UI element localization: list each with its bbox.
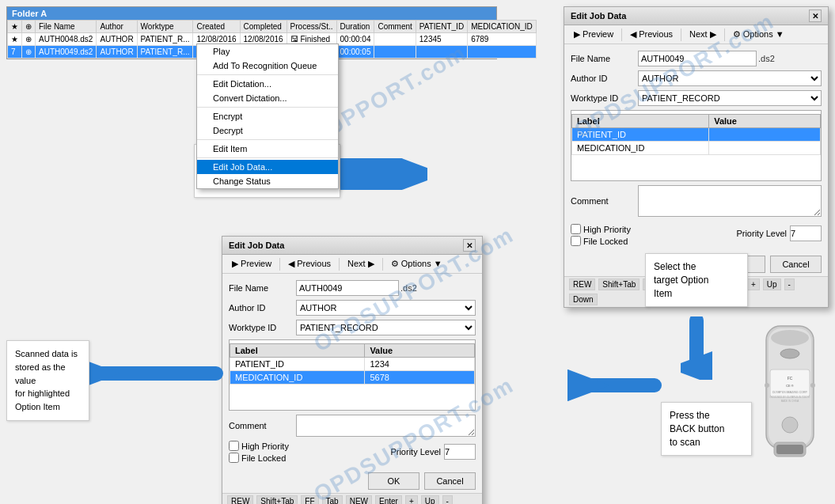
filename-label-small: File Name [229, 283, 296, 293]
context-menu-item[interactable]: Edit Job Data... [197, 160, 338, 174]
cell-comment [374, 33, 416, 46]
dialog-small-footer: OK Cancel [222, 469, 482, 493]
scanner-device: FC CE ® OLYMPUS IMAGING CORP. DESIGNED B… [754, 322, 826, 464]
options-btn-small[interactable]: ⚙ Options ▼ [386, 257, 447, 271]
cell-medicationid: 6789 [468, 33, 537, 46]
priority-level-input-large[interactable] [790, 225, 822, 241]
preview-btn-small[interactable]: ▶ Preview [227, 257, 276, 271]
options-value-cell[interactable] [709, 128, 821, 142]
arrow-left-2 [567, 369, 662, 401]
svg-rect-12 [776, 445, 803, 454]
next-btn-small[interactable]: Next ▶ [343, 257, 379, 271]
status-bar-item[interactable]: + [405, 495, 418, 504]
file-locked-check-large[interactable] [571, 236, 581, 246]
status-bar-item[interactable]: REW [227, 495, 253, 504]
cell-star: ★ [8, 33, 22, 46]
dialog-small-close[interactable]: ✕ [463, 239, 476, 252]
options-value-cell[interactable] [709, 142, 821, 155]
options-table-row[interactable]: MEDICATION_ID [572, 142, 821, 155]
status-bar-item[interactable]: - [442, 495, 453, 504]
filename-input-small[interactable] [296, 280, 399, 296]
status-bar-item[interactable]: Enter [375, 495, 402, 504]
cell-patientid: 12345 [416, 33, 467, 46]
status-bar-item[interactable]: - [784, 279, 795, 290]
options-area-small[interactable]: Label Value PATIENT_ID1234MEDICATION_ID5… [229, 339, 476, 411]
options-area-large[interactable]: Label Value PATIENT_IDMEDICATION_ID [571, 110, 822, 181]
col-medicationid: MEDICATION_ID [468, 21, 537, 33]
preview-btn-large[interactable]: ▶ Preview [569, 28, 618, 41]
authorid-select-large[interactable]: AUTHOR [638, 70, 822, 86]
arrow-down-1 [681, 316, 712, 380]
high-priority-check-small[interactable] [229, 441, 239, 451]
filename-row-small: File Name .ds2 [229, 280, 476, 296]
status-bar-item[interactable]: NEW [346, 495, 372, 504]
options-value-cell[interactable]: 5678 [365, 371, 475, 385]
toolbar-sep-s3 [382, 258, 383, 271]
folder-title: Folder A [7, 7, 496, 20]
options-table-row[interactable]: MEDICATION_ID5678 [230, 371, 475, 385]
options-btn-large[interactable]: ⚙ Options ▼ [728, 28, 789, 41]
options-value-cell[interactable]: 1234 [365, 358, 475, 371]
comment-textarea-large[interactable] [638, 185, 822, 217]
filename-ext-small: .ds2 [400, 283, 417, 293]
status-bar-item[interactable]: + [747, 279, 760, 290]
cell-filename: AUTH0048.ds2 [36, 33, 97, 46]
context-menu-item[interactable]: Edit Dictation... [197, 77, 338, 91]
options-col-label-large: Label [572, 115, 709, 128]
priority-level-input-small[interactable] [444, 444, 476, 460]
status-bar-item[interactable]: REW [569, 279, 595, 290]
file-locked-check-small[interactable] [229, 453, 239, 463]
context-menu[interactable]: PlayAdd To Recognition QueueEdit Dictati… [196, 44, 339, 189]
context-menu-item[interactable]: Add To Recognition Queue [197, 59, 338, 73]
annotation-scanned-data: Scanned data is stored as the value for … [6, 340, 89, 421]
authorid-label-small: Author ID [229, 303, 296, 313]
context-menu-item[interactable]: Encrypt [197, 109, 338, 123]
context-menu-item[interactable]: Play [197, 44, 338, 59]
status-bar-item[interactable]: Up [421, 495, 439, 504]
high-priority-label-small: High Priority [241, 441, 289, 451]
comment-label-small: Comment [229, 421, 296, 430]
scanner-svg: FC CE ® OLYMPUS IMAGING CORP. DESIGNED B… [754, 322, 826, 468]
options-label-cell: MEDICATION_ID [572, 142, 709, 155]
context-menu-item[interactable]: Decrypt [197, 123, 338, 138]
cell-worktype: PATIENT_R... [137, 33, 193, 46]
worktypeid-row-small: Worktype ID PATIENT_RECORD [229, 320, 476, 335]
file-locked-label-large: File Locked [583, 237, 628, 246]
checkbox-group-small: High Priority File Locked [229, 441, 289, 463]
options-table-row[interactable]: PATIENT_ID1234 [230, 358, 475, 371]
context-menu-item[interactable]: Edit Item [197, 142, 338, 156]
arrow-right-1 [340, 158, 427, 190]
status-bar-item[interactable]: Down [569, 294, 598, 305]
options-label-cell: PATIENT_ID [572, 128, 709, 142]
filename-input-large[interactable] [638, 51, 757, 66]
status-bar-item[interactable]: Tab [322, 495, 343, 504]
dialog-large-close[interactable]: ✕ [809, 9, 822, 22]
cancel-btn-small[interactable]: Cancel [424, 472, 476, 490]
context-menu-item[interactable]: Change Status [197, 174, 338, 188]
previous-btn-large[interactable]: ◀ Previous [625, 28, 677, 41]
status-bar-item[interactable]: FF [301, 495, 318, 504]
cancel-btn-large[interactable]: Cancel [770, 256, 822, 273]
cell-duration: 00:00:05 [336, 46, 374, 59]
comment-textarea-small[interactable] [296, 415, 476, 437]
status-bar-item[interactable]: Up [763, 279, 781, 290]
priority-level-group-small: Priority Level [390, 444, 476, 460]
col-icon: ⊕ [22, 21, 36, 33]
worktypeid-select-small[interactable]: PATIENT_RECORD [296, 320, 476, 335]
annotation-select-option: Select the target Option Item [645, 253, 748, 307]
previous-btn-small[interactable]: ◀ Previous [283, 257, 336, 271]
next-btn-large[interactable]: Next ▶ [685, 28, 721, 41]
ok-btn-small[interactable]: OK [368, 472, 419, 490]
authorid-label-large: Author ID [571, 74, 638, 83]
status-bar-item[interactable]: Shift+Tab [598, 279, 640, 290]
context-menu-item[interactable]: Convert Dictation... [197, 91, 338, 105]
status-bar-item[interactable]: Shift+Tab [256, 495, 298, 504]
worktypeid-select-large[interactable]: PATIENT_RECORD [638, 90, 822, 106]
options-table-row[interactable]: PATIENT_ID [572, 128, 821, 142]
col-patientid: PATIENT_ID [416, 21, 467, 33]
options-col-value-small: Value [365, 344, 475, 358]
toolbar-sep-2 [681, 28, 681, 41]
high-priority-check-large[interactable] [571, 224, 581, 234]
toolbar-sep-s2 [339, 258, 340, 271]
authorid-select-small[interactable]: AUTHOR [296, 300, 476, 316]
